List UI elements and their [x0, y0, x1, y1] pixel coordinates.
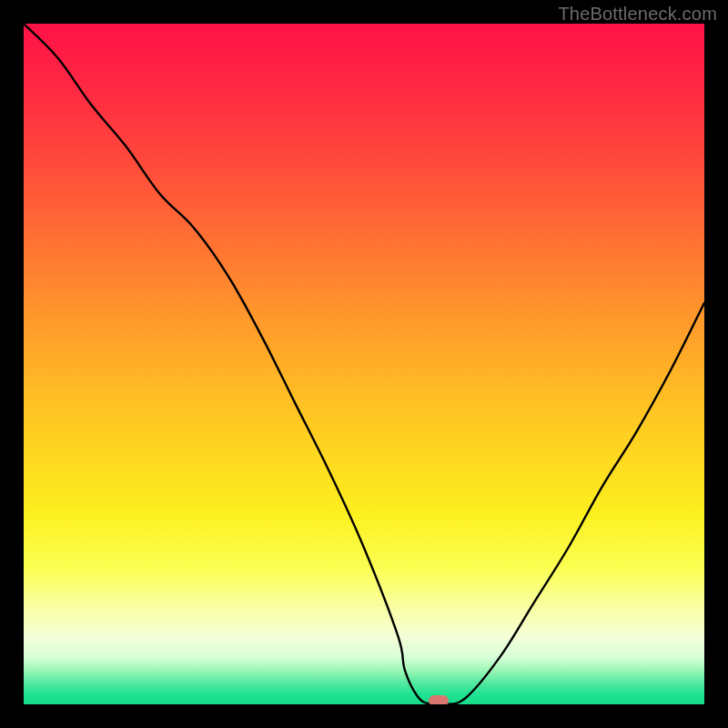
- plot-area: [24, 24, 704, 704]
- chart-container: TheBottleneck.com: [0, 0, 728, 728]
- minimum-marker: [429, 695, 449, 704]
- attribution-label: TheBottleneck.com: [558, 4, 717, 25]
- severity-gradient: [24, 24, 704, 704]
